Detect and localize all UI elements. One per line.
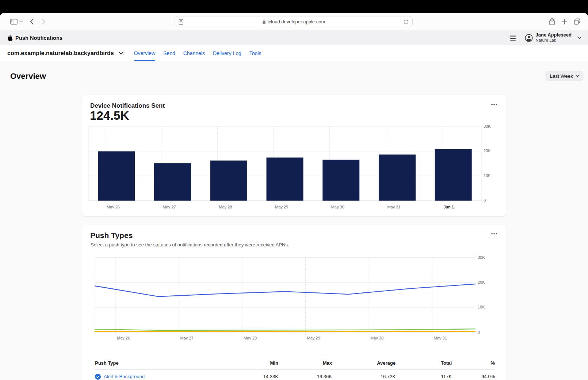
push-types-title: Push Types xyxy=(90,231,133,240)
push-types-line-chart: May 26May 27May 28May 29May 30May 3130K2… xyxy=(81,250,507,345)
new-tab-icon[interactable] xyxy=(562,19,567,24)
push-types-table-body: Alert & Background14.33K19.36K16.72K117K… xyxy=(95,370,495,380)
column-header-min: Min xyxy=(224,360,278,366)
column-header-average: Average xyxy=(332,360,396,366)
svg-text:Jun 1: Jun 1 xyxy=(443,205,454,209)
device-notifications-title: Device Notifications Sent xyxy=(90,102,165,110)
macos-menubar xyxy=(0,0,588,13)
reader-icon[interactable] xyxy=(179,19,183,25)
bundle-id-text: com.example.naturelab.backyardbirds xyxy=(7,50,114,57)
svg-text:May 30: May 30 xyxy=(370,336,383,340)
svg-text:May 28: May 28 xyxy=(244,336,257,340)
tab-overview-icon[interactable] xyxy=(573,18,581,25)
app-header: Push Notifications Jane Appleseed Nature… xyxy=(0,30,588,45)
column-header-push-type: Push Type xyxy=(95,360,224,366)
svg-text:30K: 30K xyxy=(478,255,485,260)
cell: 16.72K xyxy=(332,374,396,379)
share-icon[interactable] xyxy=(549,18,555,26)
svg-text:May 29: May 29 xyxy=(275,205,288,209)
date-range-button[interactable]: Last Week xyxy=(545,71,584,81)
app-title: Push Notifications xyxy=(7,35,62,41)
push-types-table-header-row: Push TypeMinMaxAverageTotal% xyxy=(95,356,495,370)
svg-text:10K: 10K xyxy=(478,305,485,309)
svg-text:May 27: May 27 xyxy=(163,205,176,209)
push-type-link[interactable]: Alert & Background xyxy=(104,374,145,379)
subnav-tabs: OverviewSendChannelsDelivery LogTools xyxy=(134,45,261,61)
user-name: Jane Appleseed xyxy=(535,32,572,38)
device-notifications-card: Device Notifications Sent 124.5K May 26M… xyxy=(81,95,507,216)
cell: 14.33K xyxy=(224,374,278,379)
card-options-ellipsis-icon[interactable] xyxy=(490,103,498,105)
cell: 19.36K xyxy=(278,374,332,379)
lock-icon xyxy=(262,19,266,24)
avatar-icon xyxy=(525,34,533,42)
svg-text:May 31: May 31 xyxy=(434,336,447,340)
svg-text:0: 0 xyxy=(478,330,480,334)
svg-text:May 31: May 31 xyxy=(387,205,400,209)
svg-text:30K: 30K xyxy=(484,124,491,128)
url-text: icloud.developer.apple.com xyxy=(268,19,325,24)
svg-text:May 26: May 26 xyxy=(107,205,120,209)
svg-text:May 26: May 26 xyxy=(117,336,130,340)
tab-tools[interactable]: Tools xyxy=(249,45,261,61)
push-types-table: Push TypeMinMaxAverageTotal% Alert & Bac… xyxy=(95,356,495,380)
check-circle-icon xyxy=(95,374,101,380)
svg-text:10K: 10K xyxy=(484,173,491,178)
page-content: Overview Last Week Device Notifications … xyxy=(0,61,588,380)
browser-window: icloud.developer.apple.com Push Notifica… xyxy=(0,13,588,380)
page-title: Overview xyxy=(10,72,46,81)
table-row: Alert & Background14.33K19.36K16.72K117K… xyxy=(95,370,495,380)
bundle-id-selector[interactable]: com.example.naturelab.backyardbirds xyxy=(7,50,123,57)
svg-text:0: 0 xyxy=(484,198,486,203)
push-types-subtitle: Select a push type to see the statuses o… xyxy=(91,242,289,247)
tab-delivery-log[interactable]: Delivery Log xyxy=(213,45,241,61)
device-notifications-bar-chart: May 26May 27May 28May 29May 30May 31Jun … xyxy=(81,122,507,214)
menu-icon[interactable] xyxy=(510,35,516,41)
tab-channels[interactable]: Channels xyxy=(183,45,205,61)
svg-text:May 27: May 27 xyxy=(180,336,194,340)
column-header-total: Total xyxy=(396,360,452,366)
page-header: Overview Last Week xyxy=(0,61,588,95)
tab-send[interactable]: Send xyxy=(163,45,175,61)
sidebar-chevron-down-icon[interactable] xyxy=(19,20,23,23)
tab-overview[interactable]: Overview xyxy=(134,45,155,61)
reload-icon[interactable] xyxy=(403,19,409,25)
subnav: com.example.naturelab.backyardbirds Over… xyxy=(0,45,588,61)
device-notifications-total: 124.5K xyxy=(90,109,129,123)
column-header--: % xyxy=(452,360,495,366)
user-org: Nature Lab xyxy=(535,38,572,43)
date-range-chevron-down-icon xyxy=(576,75,579,77)
svg-text:20K: 20K xyxy=(478,280,485,284)
svg-text:May 30: May 30 xyxy=(331,205,344,209)
account-chevron-down-icon xyxy=(577,37,581,39)
svg-text:May 28: May 28 xyxy=(219,205,232,209)
account-menu[interactable]: Jane Appleseed Nature Lab xyxy=(525,32,581,43)
forward-icon[interactable] xyxy=(42,18,46,25)
svg-text:May 29: May 29 xyxy=(307,336,320,340)
push-types-card: Push Types Select a push type to see the… xyxy=(81,224,507,380)
column-header-max: Max xyxy=(278,360,332,366)
card-options-ellipsis-icon[interactable] xyxy=(490,233,498,235)
app-title-text: Push Notifications xyxy=(15,35,62,41)
sidebar-icon[interactable] xyxy=(10,19,18,25)
date-range-label: Last Week xyxy=(550,73,573,79)
bundle-chevron-down-icon xyxy=(119,52,123,55)
back-icon[interactable] xyxy=(30,18,34,25)
cell: 117K xyxy=(396,374,452,379)
cell: 94.0% xyxy=(452,374,495,379)
svg-text:20K: 20K xyxy=(484,149,491,153)
browser-toolbar: icloud.developer.apple.com xyxy=(0,13,588,30)
address-bar[interactable]: icloud.developer.apple.com xyxy=(175,16,413,27)
apple-logo-icon xyxy=(7,35,13,41)
